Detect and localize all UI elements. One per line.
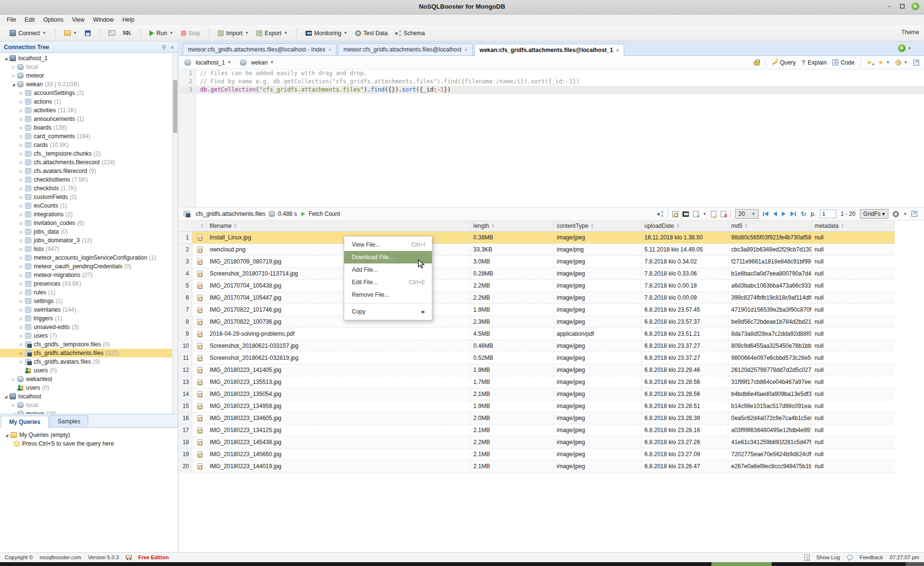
console-view-icon[interactable]	[683, 211, 689, 217]
editor-line[interactable]: 2 // Find by name e.g. db.getCollection(…	[179, 78, 924, 86]
grid-settings-icon[interactable]	[893, 211, 899, 217]
menu-item[interactable]: Options	[40, 15, 67, 24]
preview-file-icon[interactable]	[197, 415, 202, 421]
tab-samples[interactable]: Samples	[50, 415, 89, 427]
expander-icon[interactable]: ▷	[18, 108, 24, 113]
tree-item[interactable]: ▷ meteor	[0, 71, 172, 80]
expander-icon[interactable]: ▷	[11, 74, 16, 78]
table-row[interactable]: 4 Screenshot_20180710-113714.jpg 0.28MB …	[179, 268, 895, 280]
close-tab-icon[interactable]: ×	[616, 47, 619, 53]
database-selector[interactable]: wekan▼	[239, 59, 274, 66]
new-tab-button[interactable]: + ▼	[898, 44, 911, 52]
expander-icon[interactable]: ▷	[11, 403, 16, 408]
expander-icon[interactable]: ▷	[18, 195, 24, 199]
context-menu-item[interactable]	[345, 303, 431, 303]
stop-button[interactable]: Stop	[179, 28, 202, 38]
tree-item[interactable]: ▷ cfs.attachments.filerecord (224)	[0, 158, 172, 167]
refresh-icon[interactable]: ↻	[801, 210, 806, 218]
expander-icon[interactable]: ▷	[18, 126, 24, 130]
expander-icon[interactable]: ▷	[18, 247, 24, 251]
tree-item[interactable]: ▷ card_comments (194)	[0, 132, 172, 141]
expander-icon[interactable]: ▷	[18, 186, 24, 191]
maximize-button[interactable]	[900, 4, 905, 9]
feedback-button[interactable]: Feedback	[860, 554, 883, 560]
monitoring-button[interactable]: Monitoring▼	[304, 28, 349, 38]
menu-item[interactable]: Window	[89, 15, 118, 24]
preview-file-icon[interactable]	[197, 319, 202, 325]
expand-results-icon[interactable]	[911, 211, 917, 217]
prev-page-button[interactable]	[773, 211, 777, 216]
tree-item[interactable]: ▷ cfs_gridfs.avatars.files (9)	[0, 357, 172, 366]
column-header-metadata[interactable]: metadata▲▼	[812, 221, 895, 231]
expander-icon[interactable]: ▷	[18, 299, 24, 303]
tree-item[interactable]: ▷ cfs._tempstore.chunks (2)	[0, 149, 172, 158]
tree-item[interactable]: ◢ localhost	[0, 392, 172, 401]
expander-icon[interactable]: ▷	[18, 316, 24, 321]
open-button[interactable]: ▼	[62, 29, 79, 37]
preview-file-icon[interactable]	[197, 403, 202, 409]
import-button[interactable]: Import▼	[216, 28, 251, 38]
website-link[interactable]: nosqlbooster.com	[40, 554, 81, 560]
schema-view-icon[interactable]	[657, 211, 663, 217]
expander-icon[interactable]: ▷	[18, 325, 24, 329]
tree-item[interactable]: ▷ integrations (2)	[0, 210, 172, 219]
context-menu-item[interactable]: View File... Ctrl+I	[344, 238, 432, 251]
editor-tab[interactable]: meteor:cfs_gridfs.attachments.files@loca…	[338, 43, 472, 55]
preview-file-icon[interactable]	[197, 451, 202, 458]
table-row[interactable]: 13 IMG_20180223_135513.jpg 1.7MB image/j…	[179, 376, 895, 388]
expander-icon[interactable]: ▷	[18, 273, 24, 277]
tree-item[interactable]: ▷ actions (1)	[0, 97, 172, 106]
preview-file-icon[interactable]	[197, 391, 202, 397]
expander-icon[interactable]: ▷	[18, 342, 24, 347]
first-page-button[interactable]	[763, 211, 768, 216]
expander-icon[interactable]: ▷	[18, 143, 24, 147]
column-header-md5[interactable]: md5▲▼	[728, 221, 812, 231]
column-header-uploaddate[interactable]: uploadDate▲▼	[642, 221, 728, 231]
column-header-filename[interactable]: filename▲▼	[207, 221, 470, 231]
scrollbar-thumb[interactable]	[173, 80, 177, 133]
connect-button[interactable]: Connect▼	[8, 28, 48, 38]
expander-icon[interactable]: ▷	[18, 221, 24, 225]
expander-icon[interactable]: ▷	[11, 377, 16, 382]
history-dropdown[interactable]: ▼	[896, 60, 908, 66]
expander-icon[interactable]: ◢	[11, 82, 16, 87]
code-editor[interactable]: 1 // Files can be added easily with drag…	[179, 69, 924, 207]
preview-file-icon[interactable]	[197, 283, 202, 289]
add-document-icon[interactable]	[693, 211, 698, 217]
expander-icon[interactable]: ▷	[11, 65, 16, 69]
table-row[interactable]: 17 IMG_20180223_134125.jpg 2.1MB image/j…	[179, 424, 895, 436]
tree-item[interactable]: ▷ rules (1)	[0, 288, 172, 297]
table-row[interactable]: 19 IMG_20180223_145650.jpg 2.1MB image/j…	[179, 448, 895, 461]
tree-item[interactable]: ▷ local	[0, 401, 172, 409]
tree-item[interactable]: ▷ customFields (2)	[0, 193, 172, 201]
sort-icon[interactable]: ▲▼	[201, 224, 203, 228]
table-row[interactable]: 16 IMG_20180223_134605.jpg 2.0MB image/j…	[179, 412, 895, 424]
table-row[interactable]: 15 IMG_20180223_134958.jpg 1.9MB image/j…	[179, 400, 895, 412]
expander-icon[interactable]: ◢	[3, 395, 9, 399]
expander-icon[interactable]: ▷	[18, 91, 24, 95]
preview-file-icon[interactable]	[197, 367, 202, 373]
tree-item[interactable]: ▷ cards (10.8K)	[0, 141, 172, 149]
expander-icon[interactable]: ▷	[18, 290, 24, 295]
preview-file-icon[interactable]	[197, 463, 202, 470]
theme-link[interactable]: Theme	[901, 29, 919, 36]
tree-item[interactable]: ▷ invitation_codes (6)	[0, 219, 172, 227]
query-wizard-button[interactable]: Query	[772, 59, 796, 66]
close-button[interactable]: ✕	[911, 2, 919, 10]
editor-line[interactable]: 1 // Files can be added easily with drag…	[179, 69, 924, 78]
favorites-dropdown[interactable]: ★▼	[878, 59, 890, 66]
table-row[interactable]: 2 owncloud.png 33.3KB image/png 5.11.201…	[179, 244, 895, 256]
column-header-contenttype[interactable]: contentType▲▼	[554, 221, 642, 231]
preview-file-icon[interactable]	[197, 439, 202, 446]
preview-file-icon[interactable]	[197, 331, 202, 337]
tree-item[interactable]: ▷ triggers (1)	[0, 314, 172, 323]
tree-item[interactable]: ▷ cfs_gridfs.attachments.files (222)	[0, 349, 172, 357]
table-row[interactable]: 9 2016-04-29-solving-problems.pdf 4.5MB …	[179, 328, 895, 340]
show-log-button[interactable]: Show Log	[817, 554, 840, 560]
preview-file-icon[interactable]	[197, 271, 202, 277]
close-tab-icon[interactable]: ×	[464, 47, 467, 53]
expander-icon[interactable]: ▷	[18, 117, 24, 121]
schema-button[interactable]: Schema	[393, 28, 427, 38]
preview-file-icon[interactable]	[197, 295, 202, 301]
page-size-select[interactable]: 20▼	[735, 209, 759, 219]
